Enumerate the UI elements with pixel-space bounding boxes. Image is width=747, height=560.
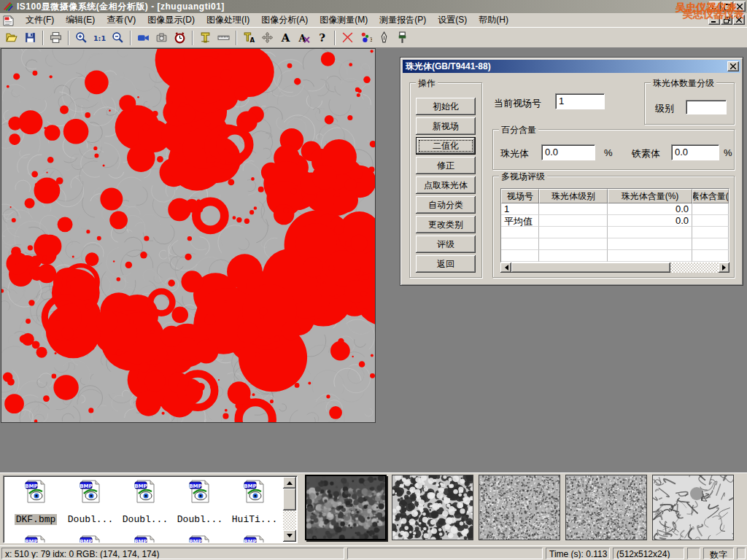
table-header-4: 铁素体含量(%) bbox=[692, 189, 729, 203]
save-icon[interactable] bbox=[21, 29, 39, 47]
op-button-5[interactable]: 点取珠光体 bbox=[416, 176, 476, 194]
file-item[interactable]: BMPDoubl... bbox=[174, 479, 226, 525]
table-row[interactable] bbox=[501, 238, 729, 250]
table-row[interactable]: 平均值0.0 bbox=[501, 215, 729, 227]
file-item-partial[interactable]: BMP bbox=[174, 534, 226, 543]
table-cell bbox=[692, 203, 729, 215]
file-item-partial[interactable]: BMP bbox=[64, 534, 117, 543]
dialog-close-icon[interactable] bbox=[727, 61, 739, 71]
menu-item-2[interactable]: 编辑(E) bbox=[60, 12, 101, 28]
file-item[interactable]: BMPDoubl... bbox=[119, 479, 171, 525]
file-list[interactable]: BMPDKF.bmpBMPDoubl...BMPDoubl...BMPDoubl… bbox=[3, 475, 298, 543]
particles-icon[interactable]: 3 bbox=[357, 29, 375, 47]
op-button-8[interactable]: 评级 bbox=[416, 236, 476, 253]
op-button-1[interactable]: 初始化 bbox=[416, 98, 476, 115]
table-row[interactable]: 10.0 bbox=[501, 203, 729, 215]
rating-table[interactable]: 视场号珠光体级别珠光体含量(%)铁素体含量(%) 10.0平均值0.0 bbox=[500, 188, 729, 262]
mdi-close-button[interactable] bbox=[733, 15, 745, 25]
menu-bar: 文件(F)编辑(E)查看(V)图像显示(D)图像处理(I)图像分析(A)图像测量… bbox=[0, 13, 747, 28]
brush-icon[interactable] bbox=[393, 29, 411, 47]
file-item[interactable]: BMPHuiTi... bbox=[228, 479, 281, 525]
move-cross-icon[interactable] bbox=[258, 29, 276, 47]
pen-icon[interactable] bbox=[375, 29, 393, 47]
ruler-icon[interactable] bbox=[214, 29, 233, 47]
zoom-in-icon[interactable] bbox=[72, 29, 90, 47]
thumbnail-fine-speckle[interactable] bbox=[565, 475, 647, 540]
table-cell bbox=[692, 250, 729, 262]
current-view-input[interactable]: 1 bbox=[555, 93, 605, 109]
timer-icon[interactable] bbox=[171, 29, 189, 47]
text-icon[interactable]: A bbox=[276, 29, 295, 47]
file-scroll-thumb[interactable] bbox=[283, 489, 296, 510]
zoom-out-icon[interactable] bbox=[109, 29, 127, 47]
op-button-2[interactable]: 新视场 bbox=[416, 117, 476, 135]
file-item-partial[interactable]: BMP bbox=[119, 534, 171, 543]
video-camera-icon[interactable] bbox=[134, 29, 152, 47]
print-icon[interactable] bbox=[47, 29, 65, 47]
file-list-scrollbar[interactable] bbox=[283, 477, 296, 542]
file-item[interactable]: BMPDoubl... bbox=[64, 479, 117, 525]
toolbar-separator bbox=[68, 31, 69, 45]
file-item-partial[interactable]: BMP bbox=[9, 534, 62, 543]
ferrite-input[interactable]: 0.0 bbox=[671, 144, 719, 160]
table-row[interactable] bbox=[501, 250, 729, 262]
dialog-title-bar[interactable]: 珠光体(GB/T9441-88) bbox=[403, 60, 740, 73]
scroll-up-icon[interactable] bbox=[283, 477, 296, 489]
text-delete-icon[interactable]: A bbox=[295, 29, 313, 47]
menu-item-10[interactable]: 帮助(H) bbox=[473, 12, 514, 28]
thumbnail-dark-coarse[interactable] bbox=[305, 475, 387, 540]
table-cell bbox=[539, 227, 608, 238]
open-icon[interactable] bbox=[3, 29, 21, 47]
op-button-9[interactable]: 返回 bbox=[416, 255, 476, 273]
op-button-6[interactable]: 自动分类 bbox=[416, 196, 476, 214]
file-item-partial[interactable]: BMP bbox=[228, 534, 281, 543]
pearlite-dialog: 珠光体(GB/T9441-88) 操作 初始化新视场二值化修正点取珠光体自动分类… bbox=[400, 57, 743, 286]
menu-item-1[interactable]: 文件(F) bbox=[20, 12, 60, 28]
scroll-track[interactable] bbox=[670, 262, 719, 273]
thumbnail-light-streaks[interactable] bbox=[652, 475, 734, 540]
pearlite-input[interactable]: 0.0 bbox=[541, 144, 595, 160]
level-input[interactable] bbox=[686, 100, 727, 114]
curve-icon[interactable] bbox=[338, 29, 357, 47]
menu-item-9[interactable]: 设置(S) bbox=[432, 12, 473, 28]
file-name: Doubl... bbox=[176, 514, 224, 525]
thumbnail-coarse-bw[interactable] bbox=[392, 475, 473, 540]
actual-size-icon[interactable]: 1:1 bbox=[90, 29, 109, 47]
table-hscrollbar[interactable] bbox=[500, 262, 729, 273]
op-button-7[interactable]: 更改类别 bbox=[416, 216, 476, 233]
menu-item-3[interactable]: 查看(V) bbox=[101, 12, 142, 28]
scroll-left-icon[interactable] bbox=[500, 262, 511, 273]
mdi-restore-button[interactable] bbox=[721, 15, 732, 25]
svg-text:BMP: BMP bbox=[25, 483, 37, 489]
menu-items: 文件(F)编辑(E)查看(V)图像显示(D)图像处理(I)图像分析(A)图像测量… bbox=[20, 12, 514, 28]
svg-text:BMP: BMP bbox=[134, 483, 147, 489]
svg-text:BMP: BMP bbox=[80, 483, 92, 489]
camera-icon[interactable] bbox=[152, 29, 171, 47]
table-cell bbox=[692, 238, 729, 250]
minimize-button[interactable] bbox=[709, 1, 721, 12]
mdi-minimize-button[interactable] bbox=[708, 15, 720, 25]
table-cell bbox=[539, 203, 608, 215]
measure-text-icon[interactable]: A bbox=[240, 29, 258, 47]
thumbnail-fine-speckle[interactable] bbox=[479, 475, 560, 540]
menu-item-7[interactable]: 图像测量(M) bbox=[314, 12, 374, 28]
scroll-thumb[interactable] bbox=[511, 262, 670, 273]
op-button-4[interactable]: 修正 bbox=[416, 157, 476, 174]
menu-item-5[interactable]: 图像处理(I) bbox=[201, 12, 255, 28]
menu-item-6[interactable]: 图像分析(A) bbox=[255, 12, 314, 28]
scroll-right-icon[interactable] bbox=[719, 262, 729, 273]
toolbar-separator bbox=[192, 31, 193, 45]
scroll-down-icon[interactable] bbox=[283, 530, 296, 542]
menu-item-4[interactable]: 图像显示(D) bbox=[142, 12, 201, 28]
help-icon[interactable]: ? bbox=[313, 29, 331, 47]
caliper-icon[interactable] bbox=[196, 29, 214, 47]
close-button[interactable] bbox=[734, 1, 746, 12]
op-button-3[interactable]: 二值化 bbox=[416, 137, 476, 155]
menu-item-8[interactable]: 测量报告(P) bbox=[374, 12, 432, 28]
table-row[interactable] bbox=[501, 227, 729, 238]
file-item[interactable]: BMPDKF.bmp bbox=[9, 479, 62, 525]
maximize-button[interactable] bbox=[721, 1, 733, 12]
table-cell: 1 bbox=[501, 203, 539, 215]
window-title: IS100显微摄像系统(金相分析版) - [zhuguangti01] bbox=[17, 1, 225, 13]
metallograph-image[interactable] bbox=[1, 48, 376, 423]
